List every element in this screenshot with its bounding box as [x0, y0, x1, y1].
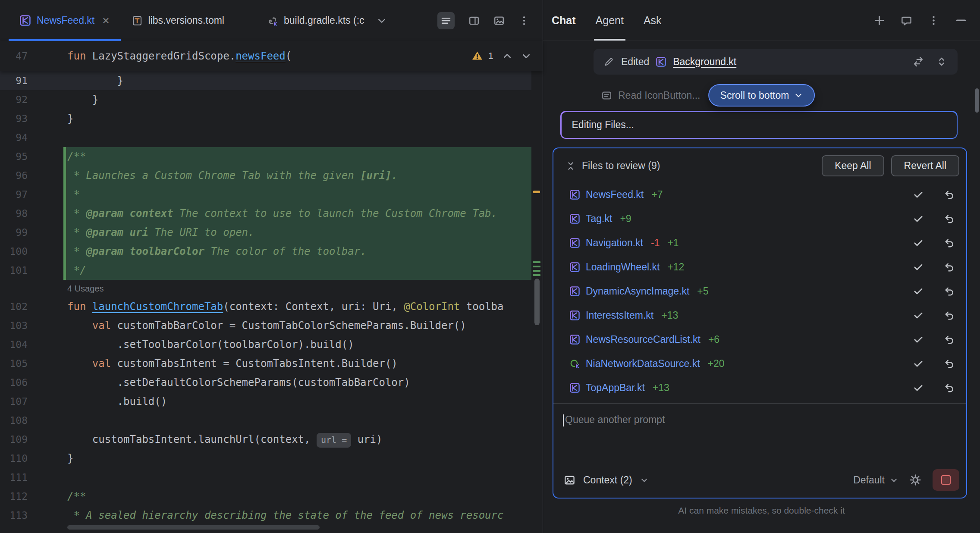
revert-all-button[interactable]: Revert All [891, 155, 959, 176]
file-name-link[interactable]: LoadingWheel.kt [586, 261, 660, 273]
expand-icon[interactable] [936, 56, 947, 67]
code-line[interactable]: 111 [0, 468, 531, 487]
code-line[interactable]: 91 } [0, 71, 531, 90]
code-line[interactable]: 94 [0, 128, 531, 147]
show-diff-icon[interactable] [913, 56, 924, 67]
file-name-link[interactable]: Tag.kt [586, 213, 612, 225]
stop-button[interactable] [933, 469, 959, 491]
warning-icon[interactable] [471, 50, 483, 62]
code-line[interactable]: 103 val customTabBarColor = CustomTabCol… [0, 316, 531, 335]
code-line[interactable]: 112/** [0, 487, 531, 506]
keep-all-button[interactable]: Keep All [822, 155, 884, 176]
tab-agent[interactable]: Agent [596, 0, 624, 41]
file-row[interactable]: NiaNetworkDataSource.kt+20 [553, 351, 966, 376]
edited-file-link[interactable]: Background.kt [673, 56, 736, 68]
model-selector[interactable]: Default [853, 474, 885, 486]
code-line[interactable]: 104 .setToolbarColor(toolbarColor).build… [0, 335, 531, 354]
revert-file-icon[interactable] [944, 310, 955, 321]
tab-ask[interactable]: Ask [644, 0, 662, 41]
keep-file-check-icon[interactable] [913, 261, 924, 273]
keep-file-check-icon[interactable] [913, 358, 924, 369]
revert-file-icon[interactable] [944, 285, 955, 297]
chat-history-icon[interactable] [901, 15, 912, 26]
chevron-down-icon[interactable] [640, 476, 648, 484]
keep-file-check-icon[interactable] [913, 213, 924, 224]
file-row[interactable]: LoadingWheel.kt+12 [553, 255, 966, 279]
file-row[interactable]: Tag.kt+9 [553, 207, 966, 231]
file-row[interactable]: DynamicAsyncImage.kt+5 [553, 279, 966, 303]
more-options-icon[interactable] [518, 15, 530, 26]
code-line[interactable]: 105 val customTabsIntent = CustomTabsInt… [0, 354, 531, 373]
scroll-to-bottom-button[interactable]: Scroll to bottom [708, 84, 815, 107]
keep-file-check-icon[interactable] [913, 189, 924, 200]
attach-image-icon[interactable] [564, 474, 575, 486]
revert-file-icon[interactable] [944, 213, 955, 224]
code-line[interactable]: 109 customTabsIntent.launchUrl(context, … [0, 430, 531, 449]
revert-file-icon[interactable] [944, 382, 955, 393]
revert-file-icon[interactable] [944, 334, 955, 345]
context-selector[interactable]: Context (2) [583, 474, 632, 486]
sticky-declaration-line[interactable]: 47 fun LazyStaggeredGridScope.newsFeed( … [0, 41, 543, 71]
code-line[interactable]: 101 */ [0, 261, 531, 280]
keep-file-check-icon[interactable] [913, 310, 924, 321]
file-name-link[interactable]: TopAppBar.kt [586, 382, 645, 394]
code-line[interactable]: 99 * @param uri The URI to open. [0, 223, 531, 242]
split-editor-icon[interactable] [468, 15, 480, 26]
code-editor[interactable]: 91 }92 }93}9495/**96 * Launches a Custom… [0, 71, 543, 533]
edited-file-row[interactable]: Edited Background.kt [594, 49, 958, 75]
chat-scrollbar-thumb[interactable] [975, 88, 979, 113]
code-line[interactable]: 108 [0, 411, 531, 430]
file-name-link[interactable]: NewsResourceCardList.kt [586, 334, 700, 345]
keep-file-check-icon[interactable] [913, 237, 924, 248]
warning-stripe-mark[interactable] [533, 191, 540, 193]
revert-file-icon[interactable] [944, 237, 955, 248]
code-line[interactable]: 100 * @param toolbarColor The color of t… [0, 242, 531, 261]
revert-file-icon[interactable] [944, 189, 955, 200]
tab-libs-versions[interactable]: libs.versions.toml [121, 0, 236, 41]
previous-problem-icon[interactable] [502, 51, 512, 61]
keep-file-check-icon[interactable] [913, 285, 924, 297]
file-name-link[interactable]: NiaNetworkDataSource.kt [586, 358, 700, 370]
file-name-link[interactable]: InterestsItem.kt [586, 310, 653, 321]
file-row[interactable]: InterestsItem.kt+13 [553, 303, 966, 327]
hidden-tabs-dropdown[interactable] [377, 16, 387, 26]
code-line[interactable]: 95/** [0, 147, 531, 166]
reader-mode-icon[interactable] [437, 12, 455, 29]
code-line[interactable]: 106 .setDefaultColorSchemeParams(customT… [0, 373, 531, 392]
horizontal-scrollbar-thumb[interactable] [67, 525, 320, 530]
code-line[interactable]: 107 .build() [0, 392, 531, 411]
file-name-link[interactable]: Navigation.kt [586, 237, 643, 249]
code-line[interactable]: 96 * Launches a Custom Chrome Tab with t… [0, 166, 531, 185]
file-row[interactable]: NewsResourceCardList.kt+6 [553, 327, 966, 351]
tab-newsfeed[interactable]: NewsFeed.kt × [9, 0, 121, 41]
code-line[interactable]: 92 } [0, 90, 531, 109]
file-row[interactable]: TopAppBar.kt+13 [553, 376, 966, 400]
chevron-down-icon[interactable] [890, 476, 898, 484]
file-name-link[interactable]: DynamicAsyncImage.kt [586, 285, 689, 297]
file-name-link[interactable]: NewsFeed.kt [586, 189, 644, 201]
code-line[interactable]: 113 * A sealed hierarchy describing the … [0, 506, 531, 525]
code-line[interactable]: 102fun launchCustomChromeTab(context: Co… [0, 297, 531, 316]
file-row[interactable]: NewsFeed.kt+7 [553, 182, 966, 207]
code-line[interactable]: 97 * [0, 185, 531, 204]
usages-inlay-hint[interactable]: 4 Usages [0, 280, 531, 297]
prompt-input[interactable]: Queue another prompt [553, 404, 966, 469]
code-line[interactable]: 93} [0, 109, 531, 128]
new-chat-icon[interactable] [873, 15, 885, 26]
next-problem-icon[interactable] [521, 51, 531, 61]
tab-build-gradle[interactable]: build.gradle.kts (:c [255, 0, 376, 41]
keep-file-check-icon[interactable] [913, 334, 924, 345]
vertical-scrollbar-thumb[interactable] [534, 279, 540, 325]
hide-panel-icon[interactable] [955, 14, 967, 26]
file-row[interactable]: Navigation.kt-1+1 [553, 231, 966, 255]
close-icon[interactable]: × [102, 15, 109, 27]
more-options-icon[interactable] [928, 15, 939, 26]
keep-file-check-icon[interactable] [913, 382, 924, 393]
collapse-icon[interactable] [565, 161, 576, 171]
revert-file-icon[interactable] [944, 261, 955, 273]
revert-file-icon[interactable] [944, 358, 955, 369]
settings-gear-icon[interactable] [909, 474, 921, 486]
code-line[interactable]: 110} [0, 449, 531, 468]
screenshot-icon[interactable] [493, 15, 505, 26]
code-line[interactable]: 98 * @param context The context to use t… [0, 204, 531, 223]
